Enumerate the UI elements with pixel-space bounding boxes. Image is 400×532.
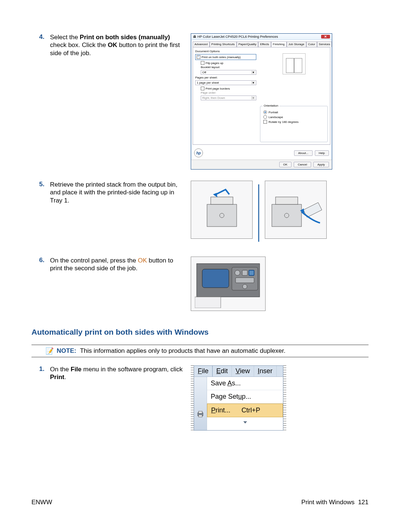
checkbox-icon <box>197 55 200 59</box>
step-number: 4. <box>31 33 44 170</box>
tab-effects[interactable]: Effects <box>258 41 271 47</box>
note-text: This information applies only to product… <box>80 347 286 355</box>
chevron-down-icon[interactable] <box>207 417 283 427</box>
tab-finishing[interactable]: Finishing <box>271 41 287 47</box>
svg-rect-14 <box>236 278 254 283</box>
page-preview-icon <box>283 53 306 74</box>
svg-point-15 <box>243 284 247 289</box>
radio-icon <box>263 110 267 114</box>
svg-rect-13 <box>249 270 254 275</box>
note-icon: 📝 <box>46 347 54 355</box>
note-label: NOTE: <box>57 347 76 355</box>
control-panel-illustration <box>191 257 266 311</box>
print-both-sides-checkbox[interactable]: Print on both sides (manually) <box>195 54 256 60</box>
chevron-down-icon: ▾ <box>251 96 255 100</box>
printer-icon: 🖶 <box>193 35 196 39</box>
step-body: On the control panel, press the OK butto… <box>44 257 187 311</box>
tab-services[interactable]: Services <box>317 41 332 47</box>
step-number: 6. <box>31 257 44 311</box>
tab-job-storage[interactable]: Job Storage <box>287 41 306 47</box>
step-number: 5. <box>31 181 44 245</box>
svg-rect-12 <box>242 270 247 275</box>
hp-logo-icon: hp <box>194 148 203 157</box>
step-5: 5. Retrieve the printed stack from the o… <box>31 181 369 245</box>
footer-left: ENWW <box>31 499 52 506</box>
doc-options-label: Document Options <box>195 50 256 53</box>
radio-icon <box>263 115 267 119</box>
svg-marker-2 <box>213 193 217 197</box>
checkbox-icon <box>201 87 204 90</box>
close-icon[interactable]: ✕ <box>321 35 330 39</box>
booklet-label: Booklet layout: <box>195 65 256 69</box>
step-6: 6. On the control panel, press the OK bu… <box>31 257 369 311</box>
flip-pages-checkbox[interactable]: Flip pages up <box>195 61 256 65</box>
chevron-down-icon: ▾ <box>251 71 255 74</box>
help-button[interactable]: Help <box>315 150 329 156</box>
menu-edit[interactable]: Edit <box>213 366 232 377</box>
step-body: Retrieve the printed stack from the outp… <box>44 181 187 245</box>
svg-point-11 <box>235 270 240 275</box>
menu-insert[interactable]: Inser <box>254 366 277 377</box>
tab-printing-shortcuts[interactable]: Printing Shortcuts <box>210 41 237 47</box>
menu-item-page-setup[interactable]: Page Setup... <box>207 390 283 404</box>
svg-rect-1 <box>211 197 233 204</box>
menu-icon-rail <box>194 377 207 430</box>
section-heading: Automatically print on both sides with W… <box>31 328 369 337</box>
orientation-group: Orientation Portrait Landscape Rotate by… <box>260 106 328 142</box>
page-footer: ENWW Print with Windows 121 <box>31 499 369 506</box>
apply-button[interactable]: Apply <box>313 162 329 167</box>
vertical-divider <box>258 184 259 242</box>
printer-output-illustration <box>191 181 253 239</box>
ok-button[interactable]: OK <box>279 162 292 167</box>
ruler-right <box>283 365 286 431</box>
printer-input-illustration <box>265 181 327 239</box>
tab-paper-quality[interactable]: Paper/Quality <box>237 41 258 47</box>
checkbox-icon <box>201 61 204 65</box>
print-borders-checkbox[interactable]: Print page borders <box>195 86 256 91</box>
dialog-tabs: Advanced Printing Shortcuts Paper/Qualit… <box>191 40 332 47</box>
page-order-dropdown: Right, then Down▾ <box>201 96 256 100</box>
ruler-left <box>191 365 194 431</box>
pages-per-sheet-dropdown[interactable]: 1 page per sheet▾ <box>195 80 256 85</box>
page-order-label: Page order: <box>195 91 256 95</box>
chevron-down-icon: ▾ <box>251 81 255 84</box>
svg-marker-20 <box>243 421 247 424</box>
menu-item-print[interactable]: Print... Ctrl+P <box>207 404 283 417</box>
svg-rect-0 <box>207 204 237 227</box>
dialog-titlebar: 🖶 HP Color LaserJet CP4520 PCL6 Printing… <box>191 34 332 40</box>
tab-advanced[interactable]: Advanced <box>193 41 210 47</box>
svg-rect-4 <box>272 204 301 227</box>
file-menu: File Edit View Inser <box>194 365 283 431</box>
landscape-radio[interactable]: Landscape <box>263 115 324 119</box>
auto-step-1: 1. On the File menu in the software prog… <box>31 365 369 431</box>
portrait-radio[interactable]: Portrait <box>263 110 324 114</box>
pages-per-sheet-label: Pages per sheet: <box>195 76 256 79</box>
dialog-title: HP Color LaserJet CP4520 PCL6 Printing P… <box>197 35 278 39</box>
svg-rect-18 <box>199 411 202 413</box>
print-preferences-dialog: 🖶 HP Color LaserJet CP4520 PCL6 Printing… <box>191 33 332 170</box>
footer-right: Print with Windows 121 <box>301 499 369 506</box>
svg-rect-16 <box>195 297 221 308</box>
print-shortcut: Ctrl+P <box>241 406 260 414</box>
cancel-button[interactable]: Cancel <box>294 162 311 167</box>
booklet-dropdown[interactable]: Off▾ <box>201 70 256 75</box>
svg-rect-9 <box>202 269 229 288</box>
menu-view[interactable]: View <box>232 366 254 377</box>
menu-item-save-as[interactable]: Save As... <box>207 377 283 390</box>
print-icon <box>194 406 207 421</box>
menubar: File Edit View Inser <box>194 366 283 377</box>
about-button[interactable]: About... <box>294 150 313 156</box>
step-body: On the File menu in the software program… <box>44 365 187 431</box>
svg-rect-19 <box>199 415 202 417</box>
step-number: 1. <box>31 365 44 431</box>
svg-rect-5 <box>276 197 298 204</box>
step-body: Select the Print on both sides (manually… <box>44 33 187 170</box>
rotate-checkbox[interactable]: Rotate by 180 degrees <box>263 120 324 124</box>
menu-file[interactable]: File <box>194 366 213 377</box>
note-box: 📝 NOTE: This information applies only to… <box>31 345 369 357</box>
step-4: 4. Select the Print on both sides (manua… <box>31 33 369 170</box>
checkbox-icon <box>263 120 267 124</box>
tab-color[interactable]: Color <box>306 41 317 47</box>
orientation-label: Orientation <box>263 104 279 107</box>
